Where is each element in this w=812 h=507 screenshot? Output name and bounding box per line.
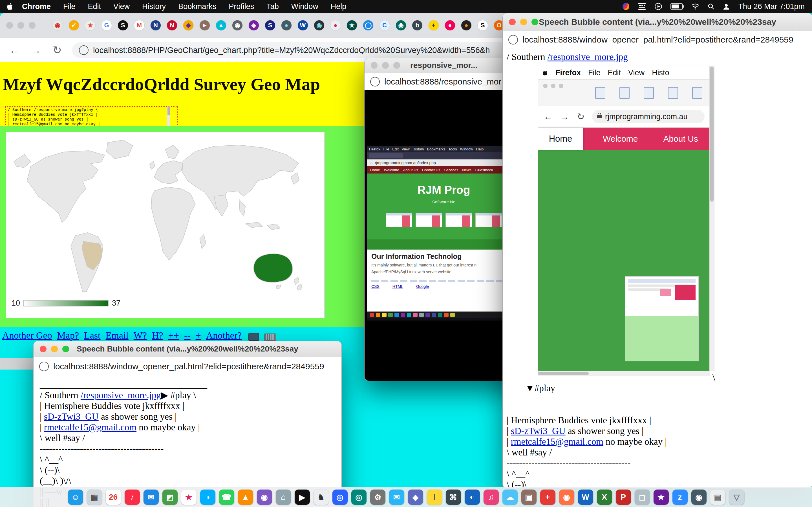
back-button[interactable]: ← — [8, 44, 21, 56]
text-link[interactable]: /responsive_more.jpg — [81, 390, 161, 400]
dock-icon[interactable]: ◉ — [559, 490, 574, 505]
pinned-tab[interactable]: G — [101, 20, 112, 31]
dock-icon[interactable]: ⌘ — [446, 490, 461, 505]
pinned-tab[interactable]: M — [134, 20, 144, 31]
pinned-tab[interactable]: ★ — [85, 20, 95, 31]
site-info-icon[interactable] — [79, 45, 89, 55]
address-bar[interactable]: localhost:8888/PHP/GeoChart/geo_chart.ph… — [72, 42, 509, 58]
dock-icon[interactable]: ▶ — [295, 490, 310, 505]
pinned-tab[interactable]: S — [265, 20, 275, 31]
dock-icon[interactable]: + — [540, 490, 555, 505]
page-link[interactable]: W? — [134, 330, 147, 341]
page-link[interactable]: Map? — [57, 330, 79, 341]
text-link[interactable]: rmetcalfe15@gmail.com — [44, 422, 137, 432]
menubar-item[interactable]: Profiles — [229, 2, 254, 11]
pinned-tab[interactable]: ● — [445, 20, 455, 31]
dock-icon[interactable]: ♪ — [124, 490, 140, 505]
page-link[interactable]: Another Geo — [2, 330, 52, 341]
grid-icon[interactable] — [638, 3, 646, 10]
url-text[interactable]: localhost:8888/responsive_mor — [384, 77, 501, 87]
menubar-item[interactable]: Window — [291, 2, 318, 11]
pinned-tab[interactable]: S — [118, 20, 128, 31]
pinned-tab[interactable]: ★ — [347, 20, 357, 31]
window-controls[interactable] — [6, 22, 36, 29]
minimize-button[interactable] — [17, 22, 24, 29]
dock-icon[interactable]: 26 — [106, 490, 121, 505]
pinned-tab[interactable]: ◯ — [363, 20, 373, 31]
pinned-tab[interactable]: W — [298, 20, 308, 31]
user-icon[interactable] — [723, 3, 730, 10]
middle-titlebar[interactable]: responsive_mor... — [364, 58, 523, 73]
pinned-tab[interactable]: ✓ — [69, 20, 79, 31]
text-link[interactable]: sD-zTwi3_GU — [511, 426, 566, 436]
dock-icon[interactable]: ⚙ — [370, 490, 386, 505]
site-info-icon[interactable] — [370, 77, 380, 87]
dock-icon[interactable]: ◻ — [635, 490, 650, 505]
dock-icon[interactable]: ◉ — [691, 490, 707, 505]
apple-menu-icon[interactable] — [7, 3, 13, 10]
dock-icon[interactable]: ▽ — [729, 490, 744, 505]
zoom-button[interactable] — [393, 62, 400, 69]
dock-icon[interactable]: ◎ — [333, 490, 348, 505]
dock-icon[interactable]: ☁ — [502, 490, 518, 505]
dock-icon[interactable]: ⌂ — [276, 490, 291, 505]
colorful-ball-icon[interactable] — [622, 3, 629, 10]
dock-icon[interactable]: X — [597, 490, 612, 505]
menubar-item[interactable]: Tab — [266, 2, 279, 11]
forward-button[interactable]: → — [29, 44, 42, 56]
firefox-screenshot[interactable]: Firefox FileEditViewHisto ← → ↻ rjmprogr… — [538, 66, 710, 371]
bottom-titlebar[interactable]: Speech Bubble content (via...y%20%20well… — [34, 341, 342, 357]
textarea-scrollbar[interactable] — [167, 107, 170, 127]
pinned-tab[interactable]: ◉ — [52, 20, 63, 31]
dock-icon[interactable]: ◐ — [465, 490, 480, 505]
url-text[interactable]: localhost:8888/PHP/GeoChart/geo_chart.ph… — [93, 46, 490, 55]
zoom-button[interactable] — [62, 346, 69, 352]
menubar-item[interactable]: Bookmarks — [178, 2, 216, 11]
right-url-row[interactable]: localhost:8888/window_opener_pal.html?el… — [503, 31, 812, 49]
close-button[interactable] — [40, 346, 47, 352]
url-text[interactable]: localhost:8888/window_opener_pal.html?el… — [53, 362, 324, 371]
menubar-item[interactable]: Edit — [88, 2, 101, 11]
dock-icon[interactable]: I — [427, 490, 442, 505]
dock-icon[interactable]: P — [616, 490, 631, 505]
dock-icon[interactable]: ♞ — [313, 490, 329, 505]
minimize-button[interactable] — [51, 346, 58, 352]
tv-icon[interactable] — [248, 333, 259, 341]
dock-icon[interactable]: ▤ — [710, 490, 725, 505]
page-link[interactable]: Last — [84, 330, 101, 341]
dock-icon[interactable]: ▣ — [521, 490, 537, 505]
menubar-item[interactable]: File — [63, 2, 75, 11]
page-link[interactable]: ++ — [168, 330, 179, 341]
pinned-tab[interactable]: + — [428, 20, 439, 31]
pinned-tab[interactable]: ► — [200, 20, 210, 31]
page-link[interactable]: Email — [106, 330, 129, 341]
play-circle-icon[interactable] — [655, 3, 662, 10]
pinned-tab[interactable]: ◆ — [183, 20, 193, 31]
pinned-tab[interactable]: ● — [461, 20, 471, 31]
close-button[interactable] — [371, 62, 377, 69]
minimize-button[interactable] — [520, 18, 527, 25]
pinned-tab[interactable]: ● — [331, 20, 341, 31]
right-titlebar[interactable]: Speech Bubble content (via...y%20%20well… — [503, 13, 812, 31]
pinned-tab[interactable]: ▲ — [216, 20, 226, 31]
pinned-tab[interactable]: ◉ — [396, 20, 406, 31]
page-link[interactable]: H? — [152, 330, 163, 341]
pinned-tab[interactable]: ● — [282, 20, 292, 31]
keyboard-icon[interactable] — [264, 334, 276, 341]
play-toggle[interactable]: ▼#play — [525, 383, 555, 393]
bottom-url-row[interactable]: localhost:8888/window_opener_pal.html?el… — [34, 357, 342, 376]
dock-icon[interactable]: ◈ — [408, 490, 423, 505]
dock-icon[interactable]: ◑ — [200, 490, 215, 505]
dock-icon[interactable]: ✉ — [389, 490, 404, 505]
wifi-icon[interactable] — [691, 3, 699, 10]
pinned-tab[interactable]: b — [412, 20, 422, 31]
text-link[interactable]: /responsive_more.jpg — [548, 52, 628, 62]
pinned-tab[interactable]: C — [379, 20, 390, 31]
dock-icon[interactable]: ☺ — [68, 490, 83, 505]
pinned-tab[interactable]: ◉ — [232, 20, 243, 31]
text-link[interactable]: sD-zTwi3_GU — [44, 411, 99, 421]
zoom-button[interactable] — [29, 22, 36, 29]
dock-icon[interactable]: ▲ — [238, 490, 253, 505]
dock-icon[interactable]: ★ — [181, 490, 197, 505]
url-text[interactable]: localhost:8888/window_opener_pal.html?el… — [522, 35, 794, 45]
